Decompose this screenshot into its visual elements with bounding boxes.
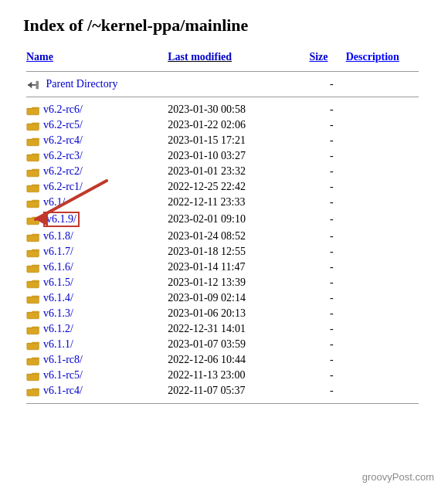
list-item: v6.2-rc3/2023-01-10 03:27- xyxy=(23,148,425,164)
col-last-modified[interactable]: Last modified xyxy=(165,49,306,66)
folder-icon xyxy=(26,215,40,226)
entry-size: - xyxy=(306,368,342,383)
entry-link[interactable]: v6.1-rc8/ xyxy=(43,354,83,365)
list-item: v6.2-rc2/2023-01-01 23:32- xyxy=(23,164,425,179)
bottom-divider xyxy=(23,399,425,409)
entry-date: 2022-12-25 22:42 xyxy=(165,179,306,195)
folder-icon xyxy=(26,247,40,258)
entry-date: 2023-02-01 09:10 xyxy=(165,210,306,229)
entry-date: 2023-01-14 11:47 xyxy=(165,260,306,275)
entry-link[interactable]: v6.1.5/ xyxy=(43,277,73,288)
entry-link[interactable]: v6.1.7/ xyxy=(43,246,73,257)
entry-link[interactable]: v6.1.1/ xyxy=(43,338,73,350)
entry-date: 2022-11-07 05:37 xyxy=(165,383,306,399)
entry-link[interactable]: v6.2-rc4/ xyxy=(43,134,83,146)
entry-desc xyxy=(343,210,425,229)
entry-size: - xyxy=(306,117,342,133)
entry-link[interactable]: v6.2-rc5/ xyxy=(43,119,83,131)
list-item: v6.1.3/2023-01-06 20:13- xyxy=(23,306,425,321)
entry-desc xyxy=(343,244,425,260)
entry-link[interactable]: v6.1/ xyxy=(43,196,65,208)
col-size[interactable]: Size xyxy=(306,49,342,66)
entry-desc xyxy=(343,306,425,321)
col-last-modified-link[interactable]: Last modified xyxy=(168,51,232,63)
divider-row xyxy=(23,92,425,102)
col-name[interactable]: Name xyxy=(23,49,165,66)
entry-size: - xyxy=(306,210,342,229)
folder-icon xyxy=(26,355,40,366)
entry-desc xyxy=(343,368,425,383)
list-item: v6.1.8/2023-01-24 08:52- xyxy=(23,229,425,244)
parent-size: - xyxy=(306,76,342,92)
entry-date: 2022-11-13 23:00 xyxy=(165,368,306,383)
folder-icon xyxy=(26,167,40,178)
entry-desc xyxy=(343,321,425,337)
entry-desc xyxy=(343,229,425,244)
entry-date: 2023-01-09 02:14 xyxy=(165,290,306,306)
folder-icon xyxy=(26,309,40,320)
entry-size: - xyxy=(306,275,342,290)
parent-directory-link[interactable]: Parent Directory xyxy=(46,78,118,90)
parent-desc xyxy=(343,76,425,92)
svg-rect-9 xyxy=(27,201,39,207)
svg-rect-8 xyxy=(27,185,39,192)
svg-rect-20 xyxy=(27,374,39,380)
entry-link[interactable]: v6.1.2/ xyxy=(43,323,73,334)
svg-rect-11 xyxy=(27,235,39,241)
entry-link[interactable]: v6.2-rc6/ xyxy=(43,103,83,115)
entry-date: 2023-01-22 02:06 xyxy=(165,117,306,133)
entry-size: - xyxy=(306,244,342,260)
list-item: v6.1.5/2023-01-12 13:39- xyxy=(23,275,425,290)
list-item: v6.1/2022-12-11 23:33- xyxy=(23,195,425,210)
folder-icon xyxy=(26,386,40,397)
entry-size: - xyxy=(306,321,342,337)
list-item: v6.2-rc1/2022-12-25 22:42- xyxy=(23,179,425,195)
entry-desc xyxy=(343,148,425,164)
col-description: Description xyxy=(343,49,425,66)
entry-size: - xyxy=(306,306,342,321)
entry-date: 2023-01-18 12:55 xyxy=(165,244,306,260)
svg-rect-7 xyxy=(27,170,39,176)
watermark: groovyPost.com xyxy=(362,471,434,483)
folder-icon xyxy=(26,232,40,243)
entry-link[interactable]: v6.2-rc2/ xyxy=(43,165,83,177)
list-item: v6.1.7/2023-01-18 12:55- xyxy=(23,244,425,260)
entry-size: - xyxy=(306,148,342,164)
entry-link[interactable]: v6.2-rc3/ xyxy=(43,150,83,161)
entry-link[interactable]: v6.1.6/ xyxy=(43,261,73,273)
parent-icon xyxy=(26,80,40,90)
entry-size: - xyxy=(306,337,342,352)
entry-link[interactable]: v6.1.3/ xyxy=(43,307,73,319)
list-item: v6.1.6/2023-01-14 11:47- xyxy=(23,260,425,275)
list-item: v6.1-rc5/2022-11-13 23:00- xyxy=(23,368,425,383)
entry-link[interactable]: v6.2-rc1/ xyxy=(43,181,83,192)
entry-date: 2023-01-24 08:52 xyxy=(165,229,306,244)
entry-link[interactable]: v6.1.9/ xyxy=(46,213,76,225)
svg-rect-19 xyxy=(27,358,39,365)
entry-desc xyxy=(343,133,425,148)
svg-rect-12 xyxy=(27,250,39,256)
folder-icon xyxy=(26,324,40,335)
list-item: v6.1.1/2023-01-07 03:59- xyxy=(23,337,425,352)
svg-rect-3 xyxy=(27,108,39,114)
entry-desc xyxy=(343,117,425,133)
list-item: v6.1-rc8/2022-12-06 10:44- xyxy=(23,352,425,368)
folder-icon xyxy=(26,182,40,193)
highlighted-list-item: v6.1.9/2023-02-01 09:10- xyxy=(23,210,425,229)
entry-desc xyxy=(343,275,425,290)
col-size-link[interactable]: Size xyxy=(309,51,328,63)
entry-size: - xyxy=(306,195,342,210)
entry-link[interactable]: v6.1.4/ xyxy=(43,292,73,304)
col-name-link[interactable]: Name xyxy=(26,51,53,63)
entry-size: - xyxy=(306,164,342,179)
entry-size: - xyxy=(306,290,342,306)
entry-desc xyxy=(343,164,425,179)
folder-icon xyxy=(26,151,40,162)
entry-link[interactable]: v6.1-rc4/ xyxy=(43,385,83,396)
entry-link[interactable]: v6.1-rc5/ xyxy=(43,369,83,381)
entry-date: 2022-12-31 14:01 xyxy=(165,321,306,337)
folder-icon xyxy=(26,120,40,131)
folder-icon xyxy=(26,294,40,304)
list-item: v6.1.2/2022-12-31 14:01- xyxy=(23,321,425,337)
entry-link[interactable]: v6.1.8/ xyxy=(43,230,73,242)
